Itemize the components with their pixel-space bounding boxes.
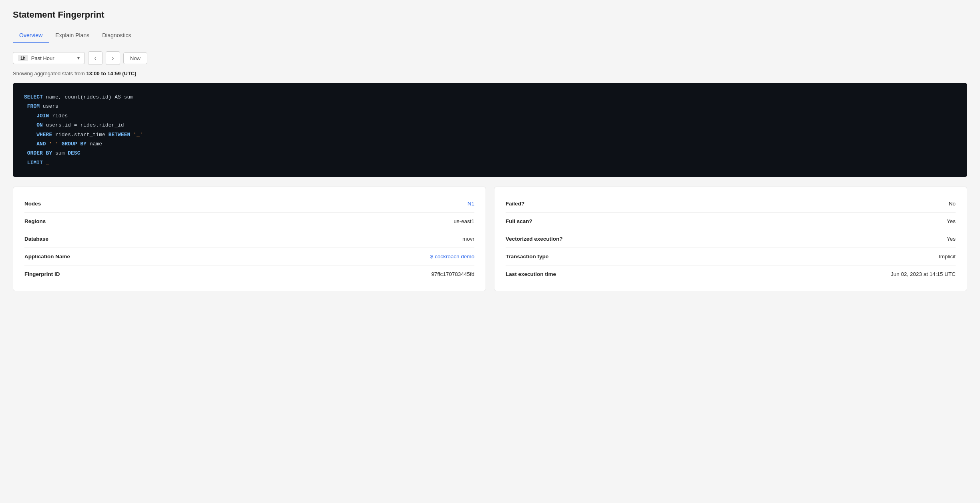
tab-diagnostics[interactable]: Diagnostics (96, 28, 137, 43)
time-selector[interactable]: 1h Past Hour ▾ (13, 52, 85, 64)
card-value: Yes (947, 236, 956, 242)
sql-code-block: SELECT name, count(rides.id) AS sum FROM… (13, 83, 967, 177)
card-label: Database (24, 236, 48, 242)
right-card-row: Failed?No (506, 195, 956, 213)
code-line-4: ON users.id = rides.rider_id (24, 121, 956, 130)
tabs-container: Overview Explain Plans Diagnostics (13, 28, 967, 43)
right-card-row: Full scan?Yes (506, 213, 956, 230)
chevron-down-icon: ▾ (77, 55, 80, 61)
page-title: Statement Fingerprint (13, 10, 967, 20)
left-card-row: Regionsus-east1 (24, 213, 474, 230)
left-card-row: Databasemovr (24, 230, 474, 248)
card-value: Jun 02, 2023 at 14:15 UTC (891, 271, 956, 277)
prev-button[interactable]: ‹ (88, 51, 102, 65)
stats-info: Showing aggregated stats from 13:00 to 1… (13, 70, 967, 76)
tab-explain-plans[interactable]: Explain Plans (49, 28, 96, 43)
card-label: Application Name (24, 254, 70, 260)
code-line-3: JOIN rides (24, 111, 956, 121)
right-card-row: Vectorized execution?Yes (506, 230, 956, 248)
card-value: us-east1 (454, 218, 474, 224)
stats-prefix: Showing aggregated stats from (13, 70, 86, 76)
code-line-8: LIMIT _ (24, 158, 956, 167)
controls-row: 1h Past Hour ▾ ‹ › Now (13, 51, 967, 65)
time-label: Past Hour (31, 55, 74, 61)
card-label: Last execution time (506, 271, 556, 277)
card-value[interactable]: $ cockroach demo (430, 254, 474, 260)
left-card-row: NodesN1 (24, 195, 474, 213)
time-badge: 1h (18, 55, 28, 61)
code-line-1: SELECT name, count(rides.id) AS sum (24, 93, 956, 102)
card-value[interactable]: N1 (468, 201, 474, 207)
tab-overview[interactable]: Overview (13, 28, 49, 43)
now-button[interactable]: Now (123, 52, 147, 64)
next-button[interactable]: › (106, 51, 120, 65)
card-label: Failed? (506, 201, 524, 207)
card-value: Implicit (939, 254, 956, 260)
left-card: NodesN1Regionsus-east1DatabasemovrApplic… (13, 187, 486, 291)
right-card: Failed?NoFull scan?YesVectorized executi… (494, 187, 967, 291)
cards-row: NodesN1Regionsus-east1DatabasemovrApplic… (13, 187, 967, 291)
code-line-6: AND '_' GROUP BY name (24, 139, 956, 149)
card-label: Fingerprint ID (24, 271, 60, 277)
left-card-row: Application Name$ cockroach demo (24, 248, 474, 266)
card-value: No (949, 201, 956, 207)
card-label: Nodes (24, 201, 41, 207)
card-label: Full scan? (506, 218, 532, 224)
code-line-2: FROM users (24, 102, 956, 111)
right-card-row: Last execution timeJun 02, 2023 at 14:15… (506, 266, 956, 283)
right-card-row: Transaction typeImplicit (506, 248, 956, 266)
card-label: Transaction type (506, 254, 548, 260)
code-line-7: ORDER BY sum DESC (24, 149, 956, 158)
card-value: 97ffc170783445fd (431, 271, 474, 277)
left-card-row: Fingerprint ID97ffc170783445fd (24, 266, 474, 283)
card-label: Regions (24, 218, 46, 224)
card-label: Vectorized execution? (506, 236, 563, 242)
code-line-5: WHERE rides.start_time BETWEEN '_' (24, 130, 956, 139)
card-value: Yes (947, 218, 956, 224)
stats-range: 13:00 to 14:59 (UTC) (86, 70, 137, 76)
card-value: movr (462, 236, 474, 242)
